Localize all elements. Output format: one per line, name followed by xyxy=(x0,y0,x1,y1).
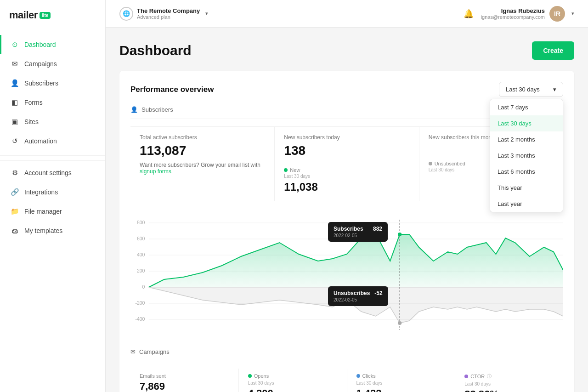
sidebar-item-label: Automation xyxy=(24,137,57,145)
sidebar-item-label: Campaigns xyxy=(24,60,57,68)
page-title: Dashboard xyxy=(119,43,192,58)
opens-dot-icon xyxy=(248,374,252,378)
card-title: Performance overview xyxy=(130,85,214,94)
dropdown-item-lastyear[interactable]: Last year xyxy=(490,196,563,212)
sidebar-item-label: File manager xyxy=(24,208,62,215)
sidebar-item-dashboard[interactable]: ⊙ Dashboard xyxy=(0,35,105,54)
tooltip-subscribes-title: Subscribes 882 xyxy=(334,226,382,232)
opens-value: 4,200 xyxy=(248,387,338,392)
ctor-stat: CTOR ⓘ Last 30 days 33.86% xyxy=(455,369,563,392)
dropdown-item-2months[interactable]: Last 2 months xyxy=(490,131,563,148)
ctor-label-text: CTOR xyxy=(470,374,485,379)
tooltip-unsubscribes-date: 2022-02-05 xyxy=(334,297,383,302)
svg-text:800: 800 xyxy=(137,220,145,225)
card-header: Performance overview Last 30 days ▾ Last… xyxy=(130,82,563,97)
dropdown-item-thisyear[interactable]: This year xyxy=(490,180,563,196)
forms-icon: ◧ xyxy=(11,98,19,107)
dropdown-item-30days[interactable]: Last 30 days xyxy=(490,115,563,131)
opens-label-text: Opens xyxy=(254,373,269,379)
emails-sent-label: Emails sent xyxy=(140,373,229,379)
chart-point-green xyxy=(398,233,401,236)
signup-text-label: Want more subscribers? Grow your email l… xyxy=(140,162,260,168)
clicks-stat: Clicks Last 30 days 1,422 xyxy=(347,369,456,392)
total-value: 113,087 xyxy=(140,143,265,158)
sidebar-item-integrations[interactable]: 🔗 Integrations xyxy=(0,182,105,202)
avatar: IR xyxy=(549,6,565,22)
chart-tooltip-subscribes: Subscribes 882 2022-02-05 xyxy=(328,222,388,242)
file-manager-icon: 📁 xyxy=(11,207,19,216)
sites-icon: ▣ xyxy=(11,118,19,126)
svg-text:400: 400 xyxy=(137,252,145,257)
main-area: 🌐 The Remote Company Advanced plan ▾ 🔔 I… xyxy=(106,0,588,392)
settings-icon: ⚙ xyxy=(11,169,19,177)
new-period-text: Last 30 days xyxy=(284,174,409,179)
topbar: 🌐 The Remote Company Advanced plan ▾ 🔔 I… xyxy=(106,0,588,28)
dropdown-item-3months[interactable]: Last 3 months xyxy=(490,148,563,164)
chart-point-gray xyxy=(398,321,401,325)
new-period-block: New Last 30 days 11,038 xyxy=(284,167,409,193)
content-area: Dashboard Create Performance overview La… xyxy=(106,28,588,392)
company-chevron-icon[interactable]: ▾ xyxy=(205,11,208,17)
campaigns-icon: ✉ xyxy=(11,60,19,68)
tooltip-unsubscribes-label: Unsubscribes xyxy=(334,290,370,296)
topbar-left: 🌐 The Remote Company Advanced plan ▾ xyxy=(119,7,208,21)
signup-text: Want more subscribers? Grow your email l… xyxy=(140,158,265,175)
dropdown-item-7days[interactable]: Last 7 days xyxy=(490,99,563,115)
sidebar-item-my-templates[interactable]: 🎟 My templates xyxy=(0,221,105,240)
svg-text:600: 600 xyxy=(137,236,145,241)
sidebar-item-label: Forms xyxy=(24,99,43,106)
new-label: New xyxy=(290,167,300,173)
sidebar-item-label: Dashboard xyxy=(24,41,56,48)
company-name: The Remote Company xyxy=(137,7,200,14)
sidebar-item-label: Account settings xyxy=(24,169,72,176)
sidebar-item-forms[interactable]: ◧ Forms xyxy=(0,93,105,112)
logo-area: mailer lite xyxy=(0,0,105,35)
total-label: Total active subscribers xyxy=(140,134,265,141)
sidebar: mailer lite ⊙ Dashboard ✉ Campaigns 👤 Su… xyxy=(0,0,106,392)
nav-bottom: ⚙ Account settings 🔗 Integrations 📁 File… xyxy=(0,160,105,240)
company-info: The Remote Company Advanced plan xyxy=(137,7,200,20)
dropdown-selected: Last 30 days xyxy=(506,86,540,93)
svg-text:-200: -200 xyxy=(135,301,145,306)
svg-text:200: 200 xyxy=(137,268,145,273)
topbar-right: 🔔 Ignas Rubezius ignas@remotecompany.com… xyxy=(464,6,574,22)
sidebar-item-account-settings[interactable]: ⚙ Account settings xyxy=(0,163,105,182)
date-dropdown-menu: Last 7 days Last 30 days Last 2 months L… xyxy=(490,99,563,212)
opens-stat: Opens Last 30 days 4,200 xyxy=(239,369,347,392)
clicks-period: Last 30 days xyxy=(356,381,446,386)
sidebar-item-automation[interactable]: ↺ Automation xyxy=(0,131,105,151)
sidebar-item-file-manager[interactable]: 📁 File manager xyxy=(0,202,105,221)
signup-link[interactable]: signup forms xyxy=(140,168,171,175)
sidebar-item-subscribers[interactable]: 👤 Subscribers xyxy=(0,74,105,93)
create-button[interactable]: Create xyxy=(532,41,574,60)
user-area[interactable]: Ignas Rubezius ignas@remotecompany.com I… xyxy=(481,6,574,22)
company-plan: Advanced plan xyxy=(137,14,200,20)
clicks-value: 1,422 xyxy=(356,387,446,392)
sidebar-item-campaigns[interactable]: ✉ Campaigns xyxy=(0,54,105,74)
unsub-dot-icon xyxy=(429,162,432,165)
dropdown-chevron-icon: ▾ xyxy=(553,86,556,93)
user-email: ignas@remotecompany.com xyxy=(481,14,545,20)
ctor-dot-icon xyxy=(464,375,468,378)
opens-label: Opens xyxy=(248,373,338,379)
clicks-label: Clicks xyxy=(356,373,446,379)
dropdown-item-6months[interactable]: Last 6 months xyxy=(490,164,563,180)
tooltip-subscribes-value: 882 xyxy=(373,226,382,232)
tooltip-unsubscribes-value: -52 xyxy=(374,290,382,296)
logo-badge: lite xyxy=(40,12,51,19)
sidebar-item-sites[interactable]: ▣ Sites xyxy=(0,112,105,131)
new-period-label: New xyxy=(284,167,409,173)
subscribers-person-icon: 👤 xyxy=(130,106,138,113)
new-period-value: 11,038 xyxy=(284,181,409,193)
campaigns-label-text: Campaigns xyxy=(139,348,170,355)
tooltip-unsubscribes-title: Unsubscribes -52 xyxy=(334,290,383,296)
ctor-label: CTOR ⓘ xyxy=(464,373,554,380)
total-subscribers-block: Total active subscribers 113,087 Want mo… xyxy=(130,127,275,201)
svg-text:-400: -400 xyxy=(135,317,145,322)
sidebar-item-label: My templates xyxy=(24,227,62,234)
date-dropdown-button[interactable]: Last 30 days ▾ xyxy=(499,82,563,97)
new-dot-icon xyxy=(284,168,288,172)
emails-sent-stat: Emails sent 7,869 xyxy=(130,369,239,392)
ctor-period: Last 30 days xyxy=(464,381,554,386)
notification-icon[interactable]: 🔔 xyxy=(464,9,474,19)
